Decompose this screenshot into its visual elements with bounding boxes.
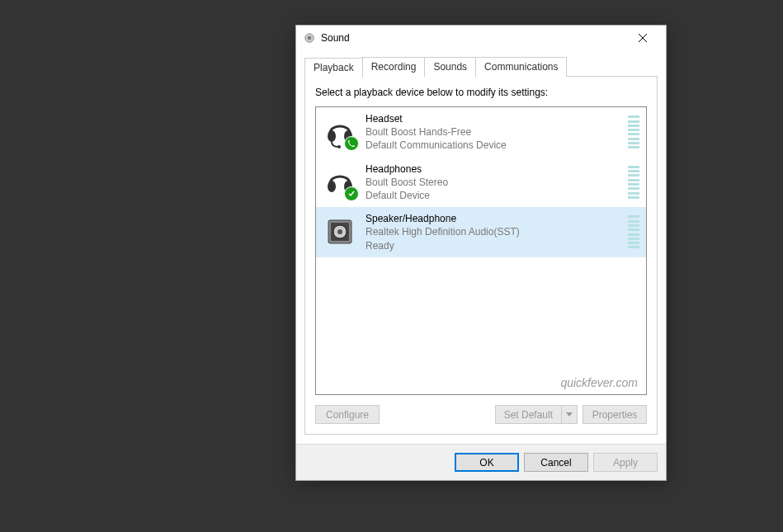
- device-row-speaker[interactable]: Speaker/Headphone Realtek High Definitio…: [316, 207, 646, 257]
- window-title: Sound: [321, 32, 626, 44]
- set-default-split-button[interactable]: Set Default: [495, 405, 578, 424]
- device-text: Headset Boult Boost Hands-Free Default C…: [366, 112, 621, 153]
- device-status: Ready: [366, 239, 621, 252]
- device-text: Headphones Boult Boost Stereo Default De…: [366, 162, 621, 203]
- svg-point-2: [328, 130, 336, 142]
- phone-badge-icon: [344, 136, 359, 151]
- check-badge-icon: [344, 186, 359, 201]
- bottom-bar: OK Cancel Apply: [296, 444, 666, 480]
- svg-point-5: [328, 181, 336, 192]
- svg-point-4: [337, 145, 341, 148]
- close-icon: [638, 33, 648, 43]
- titlebar[interactable]: Sound: [296, 26, 666, 50]
- level-meter: [628, 115, 639, 148]
- svg-point-1: [308, 36, 311, 40]
- device-status: Default Device: [366, 189, 621, 202]
- set-default-dropdown[interactable]: [561, 405, 578, 424]
- properties-button[interactable]: Properties: [583, 405, 647, 424]
- device-row-headphones[interactable]: Headphones Boult Boost Stereo Default De…: [316, 158, 646, 208]
- dialog-body: Playback Recording Sounds Communications…: [296, 50, 666, 444]
- sound-dialog: Sound Playback Recording Sounds Communic…: [295, 25, 667, 481]
- device-row-headset[interactable]: Headset Boult Boost Hands-Free Default C…: [316, 107, 646, 158]
- tab-communications[interactable]: Communications: [475, 57, 567, 77]
- cancel-button[interactable]: Cancel: [524, 453, 588, 472]
- device-status: Default Communications Device: [366, 139, 621, 152]
- speaker-icon: [323, 214, 357, 249]
- device-desc: Realtek High Definition Audio(SST): [366, 225, 621, 238]
- device-name: Headphones: [366, 162, 621, 176]
- device-name: Speaker/Headphone: [366, 212, 621, 225]
- configure-button[interactable]: Configure: [315, 405, 380, 424]
- panel-button-row: Configure Set Default Properties: [315, 405, 647, 424]
- device-desc: Boult Boost Hands-Free: [366, 125, 621, 139]
- chevron-down-icon: [566, 412, 573, 417]
- sound-icon: [303, 31, 316, 45]
- device-text: Speaker/Headphone Realtek High Definitio…: [366, 212, 621, 252]
- apply-button[interactable]: Apply: [593, 453, 658, 472]
- tab-row: Playback Recording Sounds Communications: [304, 57, 658, 77]
- svg-point-10: [337, 229, 342, 234]
- tab-panel-playback: Select a playback device below to modify…: [304, 76, 658, 435]
- level-meter: [628, 166, 639, 199]
- device-name: Headset: [366, 112, 621, 125]
- device-list[interactable]: Headset Boult Boost Hands-Free Default C…: [315, 106, 647, 395]
- tab-sounds[interactable]: Sounds: [424, 57, 476, 77]
- tab-playback[interactable]: Playback: [304, 58, 363, 78]
- headset-icon: [323, 115, 357, 149]
- watermark: quickfever.com: [560, 376, 638, 389]
- close-button[interactable]: [626, 26, 659, 49]
- ok-button[interactable]: OK: [455, 453, 519, 472]
- level-meter: [628, 215, 639, 248]
- set-default-button[interactable]: Set Default: [495, 405, 561, 424]
- headphones-icon: [323, 165, 357, 200]
- instruction-text: Select a playback device below to modify…: [315, 87, 647, 98]
- tab-recording[interactable]: Recording: [362, 57, 426, 77]
- device-desc: Boult Boost Stereo: [366, 176, 621, 189]
